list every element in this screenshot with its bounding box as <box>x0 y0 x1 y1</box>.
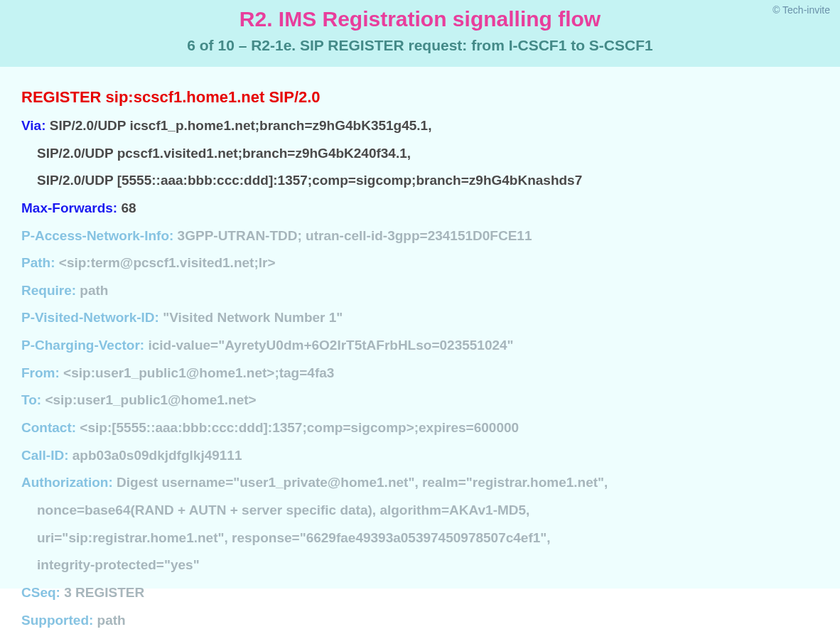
header-key-max-forwards: Max-Forwards <box>21 200 117 215</box>
header-to: To <sip:user1_public1@home1.net> <box>21 391 819 409</box>
header-value-max-forwards: 68 <box>117 200 136 215</box>
header-value-to: <sip:user1_public1@home1.net> <box>41 392 257 407</box>
header-key-via: Via <box>21 118 46 133</box>
header-via: Via SIP/2.0/UDP icscf1_p.home1.net;branc… <box>21 117 819 135</box>
header-value-auth-1: Digest username="user1_private@home1.net… <box>113 475 608 490</box>
header-key-path: Path <box>21 255 55 270</box>
header-p-charging-vector: P-Charging-Vector icid-value="AyretyU0dm… <box>21 336 819 355</box>
header-p-visited-network-id: P-Visited-Network-ID "Visited Network Nu… <box>21 308 819 327</box>
header-from: From <sip:user1_public1@home1.net>;tag=4… <box>21 364 819 382</box>
header-cseq: CSeq 3 REGISTER <box>21 584 819 602</box>
header-value-contact: <sip:[5555::aaa:bbb:ccc:ddd]:1357;comp=s… <box>76 420 519 435</box>
header-value-via-3: SIP/2.0/UDP [5555::aaa:bbb:ccc:ddd]:1357… <box>21 171 819 190</box>
header-key-pani: P-Access-Network-Info <box>21 228 173 243</box>
message-body: REGISTER sip:scscf1.home1.net SIP/2.0 Vi… <box>0 67 840 589</box>
header-key-require: Require <box>21 283 76 298</box>
header-value-auth-4: integrity-protected="yes" <box>21 556 819 574</box>
header-call-id: Call-ID apb03a0s09dkjdfglkj49111 <box>21 446 819 465</box>
header-value-via-2: SIP/2.0/UDP pcscf1.visited1.net;branch=z… <box>21 144 819 163</box>
header-contact: Contact <sip:[5555::aaa:bbb:ccc:ddd]:135… <box>21 419 819 437</box>
header-value-path: <sip:term@pcscf1.visited1.net;lr> <box>55 255 276 270</box>
header-p-access-network-info: P-Access-Network-Info 3GPP-UTRAN-TDD; ut… <box>21 227 819 245</box>
header-value-cseq: 3 REGISTER <box>60 585 144 600</box>
header-value-supported: path <box>93 613 125 628</box>
header-path: Path <sip:term@pcscf1.visited1.net;lr> <box>21 254 819 272</box>
header-key-supported: Supported <box>21 613 93 628</box>
header-value-callid: apb03a0s09dkjdfglkj49111 <box>69 448 242 463</box>
header-key-auth: Authorization <box>21 475 113 490</box>
header-key-contact: Contact <box>21 420 76 435</box>
header-key-to: To <box>21 392 41 407</box>
header-key-pcv: P-Charging-Vector <box>21 338 144 353</box>
header-require: Require path <box>21 281 819 300</box>
header-key-callid: Call-ID <box>21 448 69 463</box>
header-value-pvni: "Visited Network Number 1" <box>159 310 343 325</box>
header-key-cseq: CSeq <box>21 585 60 600</box>
copyright-label: © Tech-invite <box>772 4 830 16</box>
header-value-from: <sip:user1_public1@home1.net>;tag=4fa3 <box>60 365 335 380</box>
header-value-auth-2: nonce=base64(RAND + AUTN + server specif… <box>21 501 819 520</box>
header-value-pcv: icid-value="AyretyU0dm+6O2IrT5tAFrbHLso=… <box>144 338 513 353</box>
header-authorization: Authorization Digest username="user1_pri… <box>21 473 819 492</box>
page-title: R2. IMS Registration signalling flow <box>13 7 827 31</box>
header-supported: Supported path <box>21 611 819 630</box>
header-max-forwards: Max-Forwards 68 <box>21 199 819 218</box>
header-value-pani: 3GPP-UTRAN-TDD; utran-cell-id-3gpp=23415… <box>173 228 532 243</box>
header-key-pvni: P-Visited-Network-ID <box>21 310 159 325</box>
header-key-from: From <box>21 365 60 380</box>
sip-request-line: REGISTER sip:scscf1.home1.net SIP/2.0 <box>21 88 819 107</box>
header-value-require: path <box>76 283 108 298</box>
header-value-via-1: SIP/2.0/UDP icscf1_p.home1.net;branch=z9… <box>46 118 432 133</box>
page-header: © Tech-invite R2. IMS Registration signa… <box>0 0 840 67</box>
page-subtitle: 6 of 10 – R2-1e. SIP REGISTER request: f… <box>13 37 827 54</box>
header-value-auth-3: uri="sip:registrar.home1.net", response=… <box>21 529 819 547</box>
